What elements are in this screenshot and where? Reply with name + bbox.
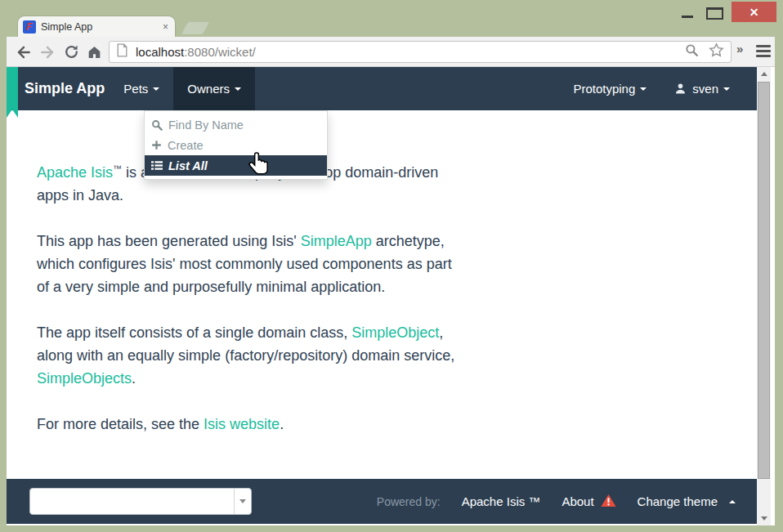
- link-simpleobjects[interactable]: SimpleObjects: [37, 370, 132, 387]
- link-simpleapp[interactable]: SimpleApp: [301, 233, 372, 249]
- warning-icon: [601, 494, 616, 510]
- nav-item-label: Owners: [187, 82, 230, 96]
- reload-icon[interactable]: [62, 42, 81, 61]
- scroll-up-button[interactable]: [757, 67, 771, 81]
- tab-title: Simple App: [41, 21, 163, 33]
- search-icon: [151, 119, 163, 131]
- menu-item-label: Find By Name: [168, 118, 244, 132]
- maximize-button[interactable]: [705, 7, 724, 20]
- powered-by-label: Powered by:: [377, 495, 441, 508]
- nav-item-user[interactable]: sven: [660, 67, 744, 110]
- nav-item-owners[interactable]: Owners: [173, 67, 255, 110]
- nav-item-label: Pets: [123, 82, 148, 96]
- caret-down-icon: [153, 87, 159, 91]
- username-label: sven: [692, 82, 718, 96]
- list-icon: [151, 160, 163, 171]
- page-viewport: Simple App Pets Owners Prototyping sven …: [7, 67, 775, 525]
- footer-link-change-theme[interactable]: Change theme: [638, 494, 736, 508]
- paragraph-details: For more details, see the Isis website.: [37, 413, 463, 436]
- scrollbar-thumb[interactable]: [758, 82, 770, 479]
- footer-link-about[interactable]: About: [562, 494, 615, 510]
- tab-close-icon[interactable]: ×: [163, 22, 168, 32]
- search-icon[interactable]: [685, 43, 699, 60]
- browser-titlebar: F Simple App × ✕: [0, 0, 783, 37]
- app-brand[interactable]: Simple App: [7, 67, 105, 110]
- menu-item-label: Create: [168, 139, 204, 152]
- hand-cursor-icon: [248, 151, 271, 178]
- owners-dropdown-menu: Find By Name Create List All: [144, 110, 328, 180]
- caret-down-icon: [235, 87, 241, 91]
- scroll-down-button[interactable]: [757, 512, 771, 525]
- close-button[interactable]: ✕: [732, 2, 776, 22]
- bookmark-star-icon[interactable]: [709, 42, 724, 61]
- minimize-button[interactable]: [677, 5, 698, 20]
- paragraph-consists: The app itself consists of a single doma…: [37, 321, 463, 390]
- link-simpleobject[interactable]: SimpleObject: [351, 324, 439, 341]
- link-isis-website[interactable]: Isis website: [204, 416, 280, 432]
- nav-item-prototyping[interactable]: Prototyping: [559, 67, 660, 110]
- plus-icon: [151, 140, 162, 150]
- nav-item-pets[interactable]: Pets: [110, 67, 173, 110]
- caret-down-icon: [640, 87, 647, 91]
- extensions-overflow-icon[interactable]: »: [736, 42, 743, 56]
- theme-select[interactable]: [29, 488, 252, 515]
- favicon-icon: F: [23, 20, 36, 34]
- menu-item-label: List All: [168, 159, 208, 172]
- menu-item-list-all[interactable]: List All: [145, 155, 327, 176]
- forward-icon[interactable]: [38, 42, 56, 61]
- app-navbar: Simple App Pets Owners Prototyping sven: [7, 67, 757, 110]
- caret-down-icon: [239, 499, 246, 503]
- user-icon: [674, 83, 687, 95]
- home-icon[interactable]: [85, 42, 104, 61]
- paragraph-generated: This app has been generated using Isis' …: [37, 230, 463, 298]
- browser-tab[interactable]: F Simple App ×: [18, 16, 175, 37]
- new-tab-button[interactable]: [181, 22, 209, 34]
- nav-item-label: Prototyping: [573, 82, 635, 96]
- link-apache-isis[interactable]: Apache Isis: [37, 164, 113, 181]
- footer-link-apache-isis[interactable]: Apache Isis ™: [462, 494, 541, 508]
- main-content: Apache Isis™ is a framework to rapidly d…: [37, 157, 463, 458]
- address-bar[interactable]: localhost:8080/wicket/: [109, 41, 732, 63]
- chrome-menu-icon[interactable]: [756, 45, 771, 58]
- caret-up-icon: [729, 500, 736, 503]
- select-dropdown-button[interactable]: [234, 489, 251, 514]
- trademark-sup: ™: [113, 163, 122, 173]
- url-text: localhost:8080/wicket/: [136, 45, 685, 59]
- menu-item-create[interactable]: Create: [145, 135, 327, 155]
- browser-toolbar: localhost:8080/wicket/ »: [7, 37, 775, 67]
- menu-item-find-by-name[interactable]: Find By Name: [145, 114, 327, 135]
- page-scrollbar[interactable]: [757, 67, 771, 525]
- page-icon: [116, 43, 128, 60]
- caret-down-icon: [723, 87, 730, 91]
- app-footer: Powered by: Apache Isis ™ About Change t…: [7, 479, 757, 524]
- back-icon[interactable]: [14, 42, 33, 61]
